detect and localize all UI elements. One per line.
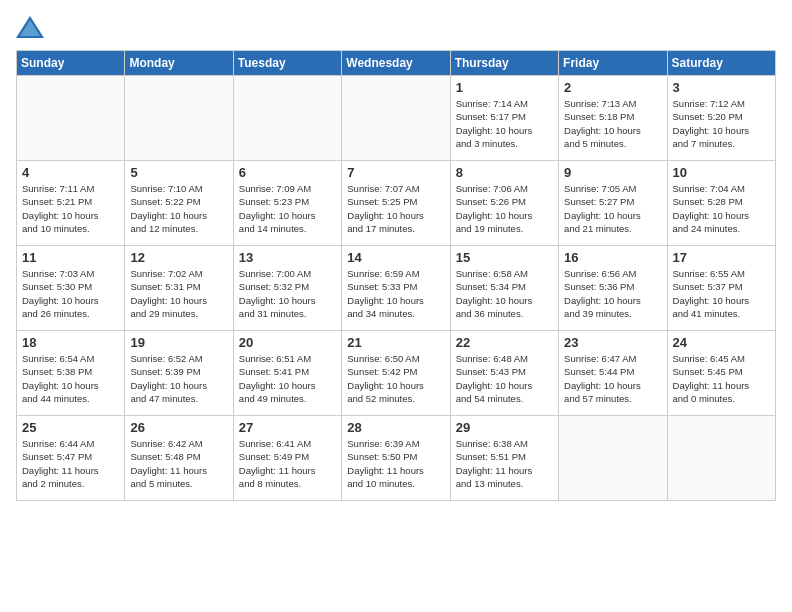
calendar-day-cell: 17Sunrise: 6:55 AM Sunset: 5:37 PM Dayli… [667,246,775,331]
header [16,16,776,38]
day-info: Sunrise: 7:11 AM Sunset: 5:21 PM Dayligh… [22,182,119,235]
calendar-day-cell: 23Sunrise: 6:47 AM Sunset: 5:44 PM Dayli… [559,331,667,416]
calendar-day-cell: 9Sunrise: 7:05 AM Sunset: 5:27 PM Daylig… [559,161,667,246]
calendar-day-cell: 25Sunrise: 6:44 AM Sunset: 5:47 PM Dayli… [17,416,125,501]
calendar-week-row: 11Sunrise: 7:03 AM Sunset: 5:30 PM Dayli… [17,246,776,331]
logo [16,16,48,38]
calendar-day-cell: 1Sunrise: 7:14 AM Sunset: 5:17 PM Daylig… [450,76,558,161]
day-of-week-header: Wednesday [342,51,450,76]
day-info: Sunrise: 6:44 AM Sunset: 5:47 PM Dayligh… [22,437,119,490]
day-of-week-header: Saturday [667,51,775,76]
calendar-day-cell [667,416,775,501]
day-number: 9 [564,165,661,180]
calendar-day-cell: 4Sunrise: 7:11 AM Sunset: 5:21 PM Daylig… [17,161,125,246]
calendar-day-cell: 13Sunrise: 7:00 AM Sunset: 5:32 PM Dayli… [233,246,341,331]
day-info: Sunrise: 6:38 AM Sunset: 5:51 PM Dayligh… [456,437,553,490]
calendar-day-cell: 7Sunrise: 7:07 AM Sunset: 5:25 PM Daylig… [342,161,450,246]
calendar-week-row: 1Sunrise: 7:14 AM Sunset: 5:17 PM Daylig… [17,76,776,161]
day-number: 12 [130,250,227,265]
day-number: 18 [22,335,119,350]
day-number: 7 [347,165,444,180]
day-number: 10 [673,165,770,180]
calendar-day-cell: 11Sunrise: 7:03 AM Sunset: 5:30 PM Dayli… [17,246,125,331]
day-info: Sunrise: 6:56 AM Sunset: 5:36 PM Dayligh… [564,267,661,320]
day-number: 26 [130,420,227,435]
calendar-day-cell: 28Sunrise: 6:39 AM Sunset: 5:50 PM Dayli… [342,416,450,501]
day-info: Sunrise: 7:14 AM Sunset: 5:17 PM Dayligh… [456,97,553,150]
day-info: Sunrise: 6:42 AM Sunset: 5:48 PM Dayligh… [130,437,227,490]
day-number: 27 [239,420,336,435]
calendar-week-row: 25Sunrise: 6:44 AM Sunset: 5:47 PM Dayli… [17,416,776,501]
calendar-day-cell: 22Sunrise: 6:48 AM Sunset: 5:43 PM Dayli… [450,331,558,416]
day-number: 1 [456,80,553,95]
calendar-day-cell: 2Sunrise: 7:13 AM Sunset: 5:18 PM Daylig… [559,76,667,161]
day-number: 19 [130,335,227,350]
calendar-day-cell: 19Sunrise: 6:52 AM Sunset: 5:39 PM Dayli… [125,331,233,416]
day-info: Sunrise: 7:07 AM Sunset: 5:25 PM Dayligh… [347,182,444,235]
day-info: Sunrise: 6:55 AM Sunset: 5:37 PM Dayligh… [673,267,770,320]
day-number: 25 [22,420,119,435]
day-info: Sunrise: 6:47 AM Sunset: 5:44 PM Dayligh… [564,352,661,405]
calendar-week-row: 4Sunrise: 7:11 AM Sunset: 5:21 PM Daylig… [17,161,776,246]
calendar-day-cell: 24Sunrise: 6:45 AM Sunset: 5:45 PM Dayli… [667,331,775,416]
calendar-day-cell: 27Sunrise: 6:41 AM Sunset: 5:49 PM Dayli… [233,416,341,501]
calendar-day-cell [233,76,341,161]
day-info: Sunrise: 6:51 AM Sunset: 5:41 PM Dayligh… [239,352,336,405]
day-number: 24 [673,335,770,350]
calendar-day-cell [342,76,450,161]
day-info: Sunrise: 6:58 AM Sunset: 5:34 PM Dayligh… [456,267,553,320]
calendar-day-cell [17,76,125,161]
calendar-day-cell: 3Sunrise: 7:12 AM Sunset: 5:20 PM Daylig… [667,76,775,161]
day-number: 4 [22,165,119,180]
day-number: 8 [456,165,553,180]
day-number: 14 [347,250,444,265]
day-number: 16 [564,250,661,265]
day-info: Sunrise: 6:54 AM Sunset: 5:38 PM Dayligh… [22,352,119,405]
day-of-week-header: Monday [125,51,233,76]
day-info: Sunrise: 7:03 AM Sunset: 5:30 PM Dayligh… [22,267,119,320]
day-number: 20 [239,335,336,350]
day-of-week-header: Friday [559,51,667,76]
day-info: Sunrise: 6:50 AM Sunset: 5:42 PM Dayligh… [347,352,444,405]
day-number: 22 [456,335,553,350]
day-number: 11 [22,250,119,265]
day-number: 13 [239,250,336,265]
day-info: Sunrise: 6:59 AM Sunset: 5:33 PM Dayligh… [347,267,444,320]
day-number: 15 [456,250,553,265]
day-of-week-header: Sunday [17,51,125,76]
calendar-table: SundayMondayTuesdayWednesdayThursdayFrid… [16,50,776,501]
day-number: 3 [673,80,770,95]
day-of-week-header: Tuesday [233,51,341,76]
day-info: Sunrise: 7:06 AM Sunset: 5:26 PM Dayligh… [456,182,553,235]
calendar-day-cell: 21Sunrise: 6:50 AM Sunset: 5:42 PM Dayli… [342,331,450,416]
calendar-day-cell: 14Sunrise: 6:59 AM Sunset: 5:33 PM Dayli… [342,246,450,331]
calendar-day-cell: 12Sunrise: 7:02 AM Sunset: 5:31 PM Dayli… [125,246,233,331]
calendar-day-cell: 8Sunrise: 7:06 AM Sunset: 5:26 PM Daylig… [450,161,558,246]
day-number: 29 [456,420,553,435]
day-info: Sunrise: 7:10 AM Sunset: 5:22 PM Dayligh… [130,182,227,235]
day-number: 5 [130,165,227,180]
day-info: Sunrise: 7:00 AM Sunset: 5:32 PM Dayligh… [239,267,336,320]
logo-icon [16,16,44,38]
day-number: 28 [347,420,444,435]
day-number: 21 [347,335,444,350]
day-info: Sunrise: 7:13 AM Sunset: 5:18 PM Dayligh… [564,97,661,150]
day-info: Sunrise: 7:09 AM Sunset: 5:23 PM Dayligh… [239,182,336,235]
calendar-day-cell: 5Sunrise: 7:10 AM Sunset: 5:22 PM Daylig… [125,161,233,246]
calendar-day-cell: 15Sunrise: 6:58 AM Sunset: 5:34 PM Dayli… [450,246,558,331]
day-info: Sunrise: 6:52 AM Sunset: 5:39 PM Dayligh… [130,352,227,405]
day-of-week-header: Thursday [450,51,558,76]
day-info: Sunrise: 7:02 AM Sunset: 5:31 PM Dayligh… [130,267,227,320]
day-info: Sunrise: 6:45 AM Sunset: 5:45 PM Dayligh… [673,352,770,405]
day-number: 6 [239,165,336,180]
day-info: Sunrise: 6:48 AM Sunset: 5:43 PM Dayligh… [456,352,553,405]
calendar-day-cell [559,416,667,501]
calendar-day-cell: 26Sunrise: 6:42 AM Sunset: 5:48 PM Dayli… [125,416,233,501]
calendar-day-cell: 16Sunrise: 6:56 AM Sunset: 5:36 PM Dayli… [559,246,667,331]
day-number: 23 [564,335,661,350]
day-number: 17 [673,250,770,265]
day-info: Sunrise: 7:05 AM Sunset: 5:27 PM Dayligh… [564,182,661,235]
calendar-day-cell [125,76,233,161]
calendar-day-cell: 20Sunrise: 6:51 AM Sunset: 5:41 PM Dayli… [233,331,341,416]
day-number: 2 [564,80,661,95]
